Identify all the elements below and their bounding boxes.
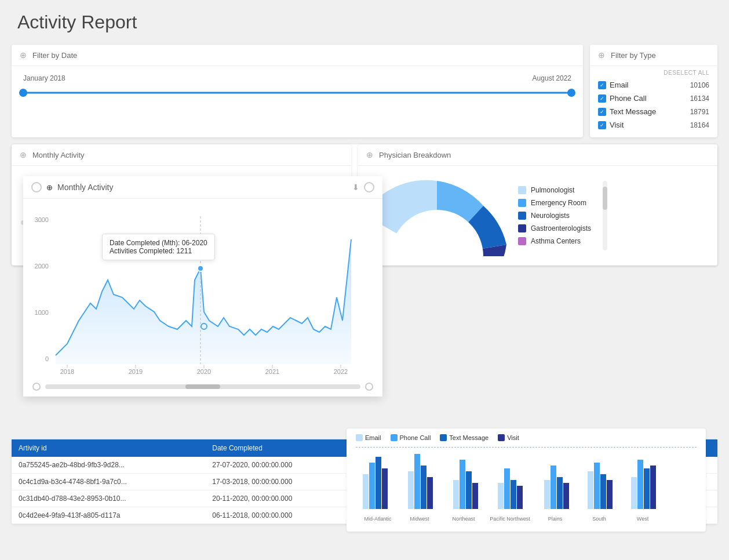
physician-scrollbar-thumb[interactable] (603, 187, 607, 210)
legend-pulmonologist: Pulmonologist (518, 186, 591, 194)
monthly-overlay-header: ⊕ Monthly Activity ⬇ (23, 176, 382, 199)
checkbox-phone[interactable] (598, 94, 606, 103)
scroll-right-handle[interactable] (365, 383, 373, 391)
monthly-bg-header: ⊕ Monthly Activity (12, 144, 351, 166)
checkbox-email[interactable] (598, 81, 606, 89)
chart-scrollbar[interactable] (45, 384, 360, 389)
dashed-line (356, 447, 697, 448)
legend-asthma: Asthma Centers (518, 237, 591, 245)
date-slider[interactable] (23, 87, 571, 99)
move-icon-monthly-overlay: ⊕ (46, 183, 53, 192)
legend-label-asthma: Asthma Centers (531, 237, 581, 245)
monthly-overlay-title: Monthly Activity (57, 183, 113, 192)
checkbox-text[interactable] (598, 108, 606, 116)
legend-email-bar: Email (356, 434, 381, 441)
legend-visit-bar: Visit (498, 434, 519, 441)
slider-right-handle[interactable] (567, 89, 575, 97)
svg-rect-40 (517, 486, 523, 509)
bar-legend: Email Phone Call Text Message Visit (356, 434, 697, 441)
col-header-id: Artivity id (12, 439, 205, 457)
slider-left-handle[interactable] (19, 89, 27, 97)
monthly-bg-title: Monthly Activity (32, 151, 85, 159)
cell-date: 06-11-2018, 00:00:00.000 (205, 507, 354, 524)
svg-rect-37 (498, 483, 504, 509)
physician-scrollbar[interactable] (603, 181, 607, 250)
svg-rect-29 (421, 466, 427, 509)
svg-rect-33 (460, 460, 465, 509)
legend-label-neurologists: Neurologists (531, 212, 570, 220)
type-count-email: 10106 (690, 81, 709, 89)
svg-text:—: — (37, 265, 42, 271)
physician-header: ⊕ Physician Breakdown (358, 144, 717, 166)
legend-visit-label: Visit (507, 434, 519, 441)
cell-id: 0c4c1d9a-b3c4-4748-8bf1-9a7c0... (12, 474, 205, 490)
type-count-phone: 16134 (690, 94, 709, 103)
legend-dot-neurologists (518, 212, 526, 220)
type-row-phone: Phone Call 16134 (598, 92, 709, 105)
legend-label-gastro: Gastroenterologists (531, 224, 591, 232)
svg-rect-54 (644, 468, 650, 509)
svg-text:0: 0 (45, 355, 49, 362)
svg-rect-39 (511, 480, 516, 509)
physician-breakdown-card: ⊕ Physician Breakdown (358, 144, 717, 266)
svg-rect-22 (363, 474, 369, 509)
legend-label-emergency: Emergency Room (531, 199, 586, 207)
filter-type-card: ⊕ Filter by Type DESELECT ALL Email 1010… (590, 45, 717, 137)
filter-date-card: ⊕ Filter by Date January 2018 August 202… (12, 45, 583, 137)
svg-text:South: South (592, 516, 606, 522)
svg-rect-55 (650, 466, 656, 509)
start-date-label: January 2018 (23, 74, 65, 82)
chart-scrollbar-thumb[interactable] (185, 384, 220, 389)
main-container: Activity Report ⊕ Filter by Date January… (0, 0, 729, 560)
filter-type-body: DESELECT ALL Email 10106 Phone Call 1613… (590, 66, 717, 137)
physician-body: Pulmonologist Emergency Room Neurologist… (358, 166, 717, 266)
legend-dot-emergency (518, 199, 526, 207)
donut-chart (367, 175, 506, 256)
move-icon-monthly-bg: ⊕ (20, 150, 27, 159)
slider-track (23, 92, 571, 94)
left-circle-handle[interactable] (31, 182, 42, 192)
cell-id: 0c31db40-d788-43e2-8953-0b10... (12, 490, 205, 507)
cell-id: 0a755245-ae2b-48bd-9fb3-9d28... (12, 457, 205, 474)
cell-date: 20-11-2020, 00:00:00.000 (205, 490, 354, 507)
svg-rect-23 (369, 463, 375, 509)
chart-tooltip: Date Completed (Mth): 06-2020 Activities… (102, 234, 215, 260)
middle-section: ⊕ Monthly Activity ⊕ Physician Breakdown (12, 144, 717, 266)
svg-text:2022: 2022 (334, 368, 348, 375)
svg-rect-42 (544, 480, 550, 509)
svg-text:—: — (37, 311, 42, 317)
svg-rect-30 (427, 477, 433, 509)
bar-chart-card: Email Phone Call Text Message Visit (347, 428, 706, 532)
svg-text:Northeast: Northeast (452, 516, 475, 522)
cell-id: 0c4d2ee4-9fa9-413f-a805-d117a (12, 507, 205, 524)
top-row: ⊕ Filter by Date January 2018 August 202… (12, 45, 717, 137)
svg-rect-45 (563, 483, 569, 509)
svg-rect-38 (504, 468, 510, 509)
svg-rect-25 (382, 468, 388, 509)
bar-chart-svg: Mid-Atlantic Midwest Northeast (356, 451, 692, 526)
type-row-visit: Visit 18164 (598, 118, 709, 132)
svg-text:2019: 2019 (129, 368, 143, 375)
svg-rect-49 (600, 474, 606, 509)
bar-chart-body: Email Phone Call Text Message Visit (347, 428, 706, 532)
legend-emergency: Emergency Room (518, 199, 591, 207)
legend-email-label: Email (365, 434, 381, 441)
end-date-label: August 2022 (533, 74, 571, 82)
checkbox-visit[interactable] (598, 121, 606, 129)
right-circle-handle[interactable] (364, 182, 374, 192)
svg-rect-50 (607, 480, 613, 509)
line-chart-container: 3000 — 2000 — 1000 — 0 2018 2019 2020 20… (32, 205, 373, 380)
export-icon[interactable]: ⬇ (352, 183, 359, 192)
type-count-text: 18791 (690, 108, 709, 116)
move-icon-physician: ⊕ (366, 150, 373, 159)
legend-dot-asthma (518, 237, 526, 245)
svg-text:Pacific Northwest: Pacific Northwest (490, 516, 530, 522)
deselect-all[interactable]: DESELECT ALL (598, 70, 709, 76)
legend-text-label: Text Message (449, 434, 489, 441)
svg-point-20 (198, 266, 203, 271)
type-row-text: Text Message 18791 (598, 105, 709, 118)
type-label-email: Email (610, 81, 629, 89)
svg-rect-47 (588, 471, 593, 509)
type-label-text: Text Message (610, 107, 656, 116)
scroll-left-handle[interactable] (32, 383, 41, 391)
